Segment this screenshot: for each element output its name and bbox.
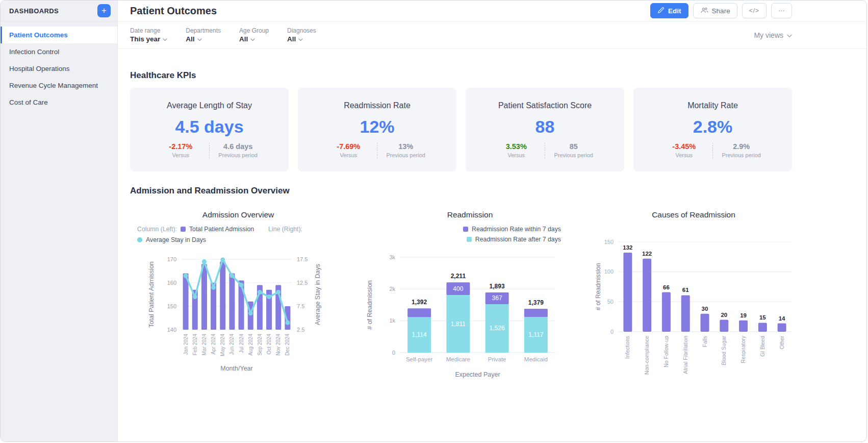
filter-label: Date range bbox=[130, 27, 167, 34]
sidebar-item-hospital-operations[interactable]: Hospital Operations bbox=[1, 60, 117, 77]
topbar-actions: Edit Share </> ⋯ bbox=[650, 3, 792, 18]
kpi-value: 12% bbox=[360, 117, 394, 137]
legend-item-average-stay-in-days[interactable]: Average Stay in Days bbox=[137, 236, 206, 243]
square-marker-icon bbox=[467, 237, 472, 242]
kpi-versus-label: Versus bbox=[320, 152, 377, 158]
svg-text:Non-compliance: Non-compliance bbox=[644, 336, 650, 375]
main-area: Patient Outcomes Edit Share </> ⋯ D bbox=[118, 1, 866, 441]
legend-prefix: Line (Right): bbox=[268, 226, 302, 233]
cause-bar bbox=[681, 295, 690, 332]
sidebar-item-cost-of-care[interactable]: Cost of Care bbox=[1, 94, 117, 111]
admission-bar bbox=[201, 264, 207, 330]
cause-bar bbox=[662, 292, 671, 332]
edit-button[interactable]: Edit bbox=[650, 3, 688, 18]
svg-text:30: 30 bbox=[702, 306, 708, 312]
causes-chart-svg: 050100150# of Readmission132Infections12… bbox=[594, 232, 794, 393]
filter-label: Departments bbox=[186, 27, 221, 34]
svg-text:0: 0 bbox=[610, 329, 614, 335]
filter-age-group[interactable]: Age GroupAll bbox=[239, 27, 269, 43]
kpi-previous-label: Previous period bbox=[713, 152, 770, 158]
square-marker-icon bbox=[181, 227, 186, 232]
chart-title-admission: Admission Overview bbox=[130, 210, 346, 219]
svg-text:Total Patient Admission: Total Patient Admission bbox=[148, 261, 155, 327]
filter-value: All bbox=[239, 35, 248, 43]
filter-departments[interactable]: DepartmentsAll bbox=[186, 27, 221, 43]
readmission-chart: Readmission Readmission Rate within 7 da… bbox=[356, 203, 583, 393]
more-options-button[interactable]: ⋯ bbox=[771, 3, 792, 18]
line-point bbox=[184, 274, 188, 278]
svg-text:# of Readmission: # of Readmission bbox=[366, 280, 373, 330]
line-point bbox=[239, 283, 244, 287]
content: Healthcare KPIs Average Length of Stay4.… bbox=[118, 49, 866, 441]
sidebar-item-revenue-cycle-management[interactable]: Revenue Cycle Management bbox=[1, 77, 117, 94]
kpi-value: 4.5 days bbox=[175, 117, 243, 137]
add-dashboard-button[interactable]: + bbox=[97, 4, 111, 17]
chevron-down-icon bbox=[250, 35, 255, 43]
sidebar-title: DASHBOARDS bbox=[9, 7, 59, 15]
causes-of-readmission-chart: Causes of Readmission 050100150# of Read… bbox=[594, 203, 794, 393]
filter-value: All bbox=[287, 35, 296, 43]
legend-label: Total Patient Admission bbox=[189, 226, 254, 233]
svg-text:1k: 1k bbox=[389, 317, 395, 324]
svg-text:Jan 2024: Jan 2024 bbox=[183, 334, 189, 355]
embed-code-button[interactable]: </> bbox=[742, 3, 767, 18]
kpi-card-patient-satisfaction-score: Patient Satisfaction Score883.53%Versus8… bbox=[466, 88, 624, 171]
kpi-comparison: -3.45%Versus2.9%Previous period bbox=[656, 142, 770, 158]
svg-text:1,392: 1,392 bbox=[412, 299, 427, 306]
svg-text:14: 14 bbox=[779, 315, 785, 322]
svg-text:Nov 2024: Nov 2024 bbox=[275, 334, 281, 356]
legend-item-readmission-rate-within-7-days[interactable]: Readmission Rate within 7 days bbox=[463, 226, 561, 233]
pencil-icon bbox=[657, 7, 665, 15]
svg-text:Aug 2024: Aug 2024 bbox=[248, 334, 253, 356]
kpi-value: 2.8% bbox=[693, 117, 733, 137]
svg-text:May 2024: May 2024 bbox=[220, 334, 225, 356]
svg-text:Medicare: Medicare bbox=[446, 356, 470, 362]
svg-text:1,526: 1,526 bbox=[490, 325, 505, 332]
sidebar-item-patient-outcomes[interactable]: Patient Outcomes bbox=[1, 27, 117, 43]
sidebar-nav: Patient OutcomesInfection ControlHospita… bbox=[1, 21, 117, 111]
cause-bar bbox=[701, 314, 709, 332]
svg-text:2.5: 2.5 bbox=[297, 327, 304, 333]
legend-item-total-patient-admission[interactable]: Total Patient Admission bbox=[181, 226, 254, 233]
readmission-legend: Readmission Rate within 7 daysReadmissio… bbox=[356, 226, 583, 243]
filter-date-range[interactable]: Date rangeThis year bbox=[130, 27, 167, 43]
svg-text:20: 20 bbox=[721, 312, 727, 318]
svg-text:7.5: 7.5 bbox=[297, 303, 304, 309]
svg-text:GI Bleed: GI Bleed bbox=[759, 336, 765, 357]
filters: Date rangeThis yearDepartmentsAllAge Gro… bbox=[130, 27, 316, 43]
kpi-previous-value: 4.6 days bbox=[210, 142, 266, 151]
kpi-card-mortality-rate: Mortality Rate2.8%-3.45%Versus2.9%Previo… bbox=[633, 88, 792, 171]
legend-item-readmission-rate-after-7-days[interactable]: Readmission Rate after 7 days bbox=[467, 236, 561, 243]
svg-text:17.5: 17.5 bbox=[297, 256, 308, 262]
svg-text:3k: 3k bbox=[389, 254, 395, 260]
line-point bbox=[202, 259, 207, 264]
line-point bbox=[193, 294, 197, 299]
line-point bbox=[211, 285, 216, 290]
svg-text:Jun 2024: Jun 2024 bbox=[229, 334, 235, 355]
svg-text:Respiratory: Respiratory bbox=[740, 335, 746, 363]
sidebar-item-infection-control[interactable]: Infection Control bbox=[1, 43, 117, 60]
kpi-section-title: Healthcare KPIs bbox=[130, 70, 792, 81]
kpi-comparison: 3.53%Versus85Previous period bbox=[488, 142, 602, 158]
kpi-previous-label: Previous period bbox=[545, 152, 602, 158]
svg-text:2,211: 2,211 bbox=[451, 273, 466, 280]
my-views-dropdown[interactable]: My views bbox=[754, 31, 792, 39]
svg-text:Apr 2024: Apr 2024 bbox=[211, 334, 216, 355]
kpi-comparison: -7.69%Versus13%Previous period bbox=[320, 142, 435, 158]
cause-bar bbox=[739, 321, 748, 332]
svg-text:140: 140 bbox=[167, 327, 176, 333]
chevron-down-icon bbox=[163, 35, 167, 43]
legend-label: Readmission Rate after 7 days bbox=[475, 236, 561, 243]
svg-text:Falls: Falls bbox=[702, 336, 708, 347]
admission-legend: Column (Left):Total Patient AdmissionLin… bbox=[130, 226, 346, 247]
legend-label: Readmission Rate within 7 days bbox=[472, 226, 561, 233]
kpi-title: Average Length of Stay bbox=[167, 101, 252, 110]
kpi-comparison: -2.17%Versus4.6 daysPrevious period bbox=[152, 142, 267, 158]
stack-segment-within bbox=[524, 309, 548, 317]
line-point bbox=[258, 290, 262, 294]
share-button[interactable]: Share bbox=[693, 3, 737, 18]
kpi-previous-label: Previous period bbox=[377, 152, 434, 158]
svg-text:2k: 2k bbox=[389, 286, 395, 292]
line-point bbox=[248, 311, 253, 315]
filter-diagnoses[interactable]: DiagnosesAll bbox=[287, 27, 316, 43]
